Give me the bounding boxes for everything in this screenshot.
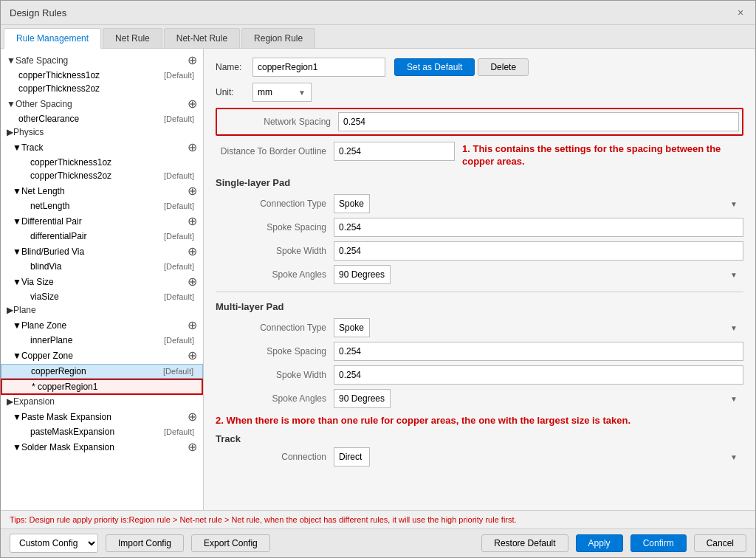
delete-button[interactable]: Delete [478, 58, 529, 76]
network-spacing-row: Network Spacing [220, 112, 739, 131]
connection-type-label: Connection Type [216, 199, 334, 209]
export-config-button[interactable]: Export Config [191, 534, 270, 552]
tree-label: copperThickness2oz [18, 83, 197, 94]
tree-item-safe-spacing[interactable]: ▼ Safe Spacing ⊕ [1, 52, 203, 69]
tree-label: copperThickness1oz [18, 70, 164, 80]
connection-type-select[interactable]: Spoke Direct [334, 194, 370, 213]
add-icon[interactable]: ⊕ [188, 97, 197, 111]
tree-item-paste-mask-item[interactable]: pasteMaskExpansion [Default] [1, 425, 203, 438]
tree-item-copper1oz[interactable]: copperThickness1oz [Default] [1, 69, 203, 82]
connection-select[interactable]: Direct Spoke [334, 447, 370, 466]
annotation1-container: Distance To Border Outline 1. This conta… [216, 142, 743, 168]
spoke-spacing-input[interactable] [334, 218, 743, 237]
tree-label: Physics [13, 127, 197, 137]
connection-label: Connection [216, 452, 334, 462]
tree-item-copper-region1-selected[interactable]: * copperRegion1 [1, 379, 203, 395]
tree-item-via-size[interactable]: ▼ Via Size ⊕ [1, 273, 203, 290]
add-icon[interactable]: ⊕ [188, 275, 197, 289]
tree-label: netLength [30, 201, 164, 211]
triangle-icon: ▼ [13, 320, 21, 331]
connection-row: Connection Direct Spoke [216, 447, 743, 466]
right-panel: Name: Set as Default Delete Unit: mm mil… [204, 49, 755, 510]
add-icon[interactable]: ⊕ [188, 140, 197, 154]
tree-item-copper2oz[interactable]: copperThickness2oz [1, 82, 203, 95]
divider1 [216, 292, 743, 292]
apply-button[interactable]: Apply [576, 534, 623, 552]
tree-label: Solder Mask Expansion [21, 442, 185, 452]
network-spacing-input[interactable] [338, 112, 739, 131]
tree-label: innerPlane [30, 335, 164, 345]
tree-item-paste-mask[interactable]: ▼ Paste Mask Expansion ⊕ [1, 408, 203, 425]
close-button[interactable]: × [735, 7, 746, 18]
tree-item-solder-mask[interactable]: ▼ Solder Mask Expansion ⊕ [1, 438, 203, 455]
tree-item-diff-pair-item[interactable]: differentialPair [Default] [1, 230, 203, 243]
ml-spoke-spacing-row: Spoke Spacing [216, 342, 743, 361]
tree-label: differentialPair [30, 231, 164, 241]
spoke-angles-select[interactable]: 90 Degrees 45 Degrees [334, 265, 391, 284]
tree-label: Plane Zone [21, 320, 185, 331]
tree-item-net-length[interactable]: ▼ Net Length ⊕ [1, 182, 203, 199]
distance-border-label: Distance To Border Outline [216, 146, 334, 156]
tree-item-via-size-item[interactable]: viaSize [Default] [1, 290, 203, 303]
restore-default-button[interactable]: Restore Default [481, 534, 568, 552]
tree-label: Via Size [21, 277, 185, 287]
add-icon[interactable]: ⊕ [188, 214, 197, 228]
tree-label: copperThickness1oz [30, 157, 197, 168]
ml-spoke-spacing-label: Spoke Spacing [216, 346, 334, 356]
tree-item-copper-zone[interactable]: ▼ Copper Zone ⊕ [1, 347, 203, 364]
unit-row: Unit: mm mil inch [216, 83, 743, 102]
tree-item-blind-via-item[interactable]: blindVia [Default] [1, 260, 203, 273]
add-icon[interactable]: ⊕ [188, 244, 197, 258]
tree-badge: [Default] [164, 292, 194, 301]
tree-item-inner-plane[interactable]: innerPlane [Default] [1, 334, 203, 347]
bottom-left: Custom Config Default Config Import Conf… [10, 534, 270, 553]
ml-connection-type-select[interactable]: Spoke Direct [334, 318, 370, 337]
tree-label: Differential Pair [21, 216, 185, 227]
tree-label: Blind/Buried Via [21, 247, 185, 257]
set-default-button[interactable]: Set as Default [394, 58, 475, 76]
confirm-button[interactable]: Confirm [630, 534, 687, 552]
ml-spoke-spacing-input[interactable] [334, 342, 743, 361]
tab-rule-management[interactable]: Rule Management [4, 28, 101, 49]
tree-item-expansion[interactable]: ▶ Expansion [1, 395, 203, 408]
config-select[interactable]: Custom Config Default Config [10, 534, 98, 553]
track-title: Track [216, 433, 743, 444]
spoke-width-input[interactable] [334, 241, 743, 261]
import-config-button[interactable]: Import Config [106, 534, 184, 552]
tree-item-track-copper1oz[interactable]: copperThickness1oz [1, 156, 203, 169]
name-input[interactable] [252, 58, 385, 77]
tree-item-net-length-item[interactable]: netLength [Default] [1, 199, 203, 213]
spoke-spacing-row: Spoke Spacing [216, 218, 743, 237]
tree-item-other-spacing[interactable]: ▼ Other Spacing ⊕ [1, 95, 203, 112]
add-icon[interactable]: ⊕ [188, 440, 197, 454]
distance-border-input[interactable] [334, 142, 455, 161]
triangle-icon: ▼ [13, 142, 21, 153]
tree-item-track[interactable]: ▼ Track ⊕ [1, 139, 203, 156]
tree-item-plane-zone[interactable]: ▼ Plane Zone ⊕ [1, 317, 203, 334]
tree-item-track-copper2oz[interactable]: copperThickness2oz [Default] [1, 169, 203, 182]
tree-item-diff-pair[interactable]: ▼ Differential Pair ⊕ [1, 213, 203, 230]
tree-label: Expansion [13, 396, 197, 407]
add-icon[interactable]: ⊕ [188, 53, 197, 67]
tree-item-copper-region[interactable]: copperRegion [Default] [1, 364, 203, 379]
add-icon[interactable]: ⊕ [188, 410, 197, 424]
ml-spoke-angles-select[interactable]: 90 Degrees 45 Degrees [334, 389, 391, 408]
spoke-width-row: Spoke Width [216, 241, 743, 261]
ml-spoke-width-input[interactable] [334, 365, 743, 385]
add-icon[interactable]: ⊕ [188, 348, 197, 362]
add-icon[interactable]: ⊕ [188, 184, 197, 198]
tree-label: copperThickness2oz [30, 170, 164, 181]
tab-region-rule[interactable]: Region Rule [241, 28, 315, 48]
tree-item-physics[interactable]: ▶ Physics [1, 125, 203, 139]
name-label: Name: [216, 62, 252, 72]
tab-net-rule[interactable]: Net Rule [103, 28, 162, 48]
unit-select[interactable]: mm mil inch [252, 83, 312, 102]
tree-item-blind-via[interactable]: ▼ Blind/Buried Via ⊕ [1, 243, 203, 260]
tree-item-other-clearance[interactable]: otherClearance [Default] [1, 112, 203, 125]
tree-label: Other Spacing [16, 99, 185, 109]
tab-net-net-rule[interactable]: Net-Net Rule [164, 28, 240, 48]
tree-label: Paste Mask Expansion [21, 412, 185, 422]
cancel-button[interactable]: Cancel [694, 534, 746, 552]
tree-item-plane[interactable]: ▶ Plane [1, 303, 203, 317]
add-icon[interactable]: ⊕ [188, 318, 197, 332]
